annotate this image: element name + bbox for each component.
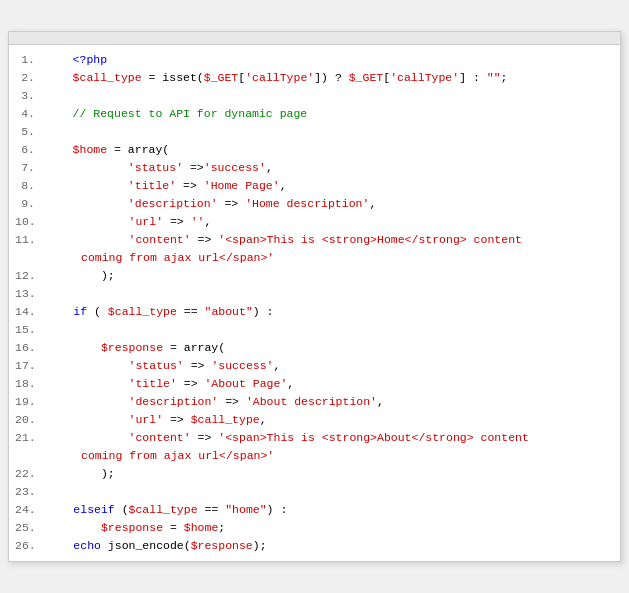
code-line: 16. $response = array( [9, 339, 620, 357]
line-content: 'description' => 'Home description', [45, 195, 620, 213]
line-content: 'status' => 'success', [46, 357, 620, 375]
line-number: 13. [9, 285, 46, 303]
line-number: 18. [9, 375, 46, 393]
code-line: 7. 'status' =>'success', [9, 159, 620, 177]
code-line: 22. ); [9, 465, 620, 483]
line-number: 9. [9, 195, 45, 213]
line-content: $home = array( [45, 141, 620, 159]
code-line: 20. 'url' => $call_type, [9, 411, 620, 429]
code-block: 1. <?php2. $call_type = isset($_GET['cal… [9, 45, 620, 561]
line-number: 15. [9, 321, 46, 339]
line-content: coming from ajax url</span>' [45, 447, 620, 465]
line-number: 22. [9, 465, 46, 483]
line-content: $response = $home; [46, 519, 620, 537]
line-content: ); [46, 465, 620, 483]
line-number: 20. [9, 411, 46, 429]
code-line: 15. [9, 321, 620, 339]
line-content: $call_type = isset($_GET['callType']) ? … [45, 69, 620, 87]
line-number: 11. [9, 231, 46, 249]
code-line: 5. [9, 123, 620, 141]
code-line: 14. if ( $call_type == "about") : [9, 303, 620, 321]
code-line: 2. $call_type = isset($_GET['callType'])… [9, 69, 620, 87]
code-line: 23. [9, 483, 620, 501]
line-number: 5. [9, 123, 45, 141]
line-content: if ( $call_type == "about") : [46, 303, 620, 321]
code-line: 12. ); [9, 267, 620, 285]
line-number: 17. [9, 357, 46, 375]
line-content: $response = array( [46, 339, 620, 357]
code-line: 4. // Request to API for dynamic page [9, 105, 620, 123]
code-line: 24. elseif ($call_type == "home") : [9, 501, 620, 519]
code-line: coming from ajax url</span>' [9, 447, 620, 465]
line-number: 25. [9, 519, 46, 537]
line-number: 1. [9, 51, 45, 69]
line-number: 10. [9, 213, 46, 231]
line-number: 19. [9, 393, 46, 411]
code-line: 6. $home = array( [9, 141, 620, 159]
code-line: 19. 'description' => 'About description'… [9, 393, 620, 411]
line-number: 8. [9, 177, 45, 195]
code-line: 21. 'content' => '<span>This is <strong>… [9, 429, 620, 447]
line-content: 'url' => $call_type, [46, 411, 620, 429]
code-line: 17. 'status' => 'success', [9, 357, 620, 375]
code-line: 9. 'description' => 'Home description', [9, 195, 620, 213]
line-content: <?php [45, 51, 620, 69]
code-line: 26. echo json_encode($response); [9, 537, 620, 555]
line-content: // Request to API for dynamic page [45, 105, 620, 123]
code-line: 10. 'url' => '', [9, 213, 620, 231]
line-number: 7. [9, 159, 45, 177]
line-content: 'url' => '', [46, 213, 620, 231]
code-card: 1. <?php2. $call_type = isset($_GET['cal… [8, 31, 621, 562]
line-content: 'content' => '<span>This is <strong>Abou… [46, 429, 620, 447]
line-number: 24. [9, 501, 46, 519]
line-number: 2. [9, 69, 45, 87]
card-title [9, 32, 620, 45]
line-number: 6. [9, 141, 45, 159]
line-content: elseif ($call_type == "home") : [46, 501, 620, 519]
code-line: 1. <?php [9, 51, 620, 69]
line-number: 4. [9, 105, 45, 123]
line-content: 'description' => 'About description', [46, 393, 620, 411]
line-number: 16. [9, 339, 46, 357]
code-line: 18. 'title' => 'About Page', [9, 375, 620, 393]
code-line: 13. [9, 285, 620, 303]
line-content: ); [46, 267, 620, 285]
line-content: 'title' => 'About Page', [46, 375, 620, 393]
line-number: 26. [9, 537, 46, 555]
code-line: 11. 'content' => '<span>This is <strong>… [9, 231, 620, 249]
line-number: 14. [9, 303, 46, 321]
code-line: 8. 'title' => 'Home Page', [9, 177, 620, 195]
line-number: 12. [9, 267, 46, 285]
line-content: 'content' => '<span>This is <strong>Home… [46, 231, 620, 249]
line-content: echo json_encode($response); [46, 537, 620, 555]
line-number: 21. [9, 429, 46, 447]
code-line: 3. [9, 87, 620, 105]
line-content: 'title' => 'Home Page', [45, 177, 620, 195]
line-number: 23. [9, 483, 46, 501]
line-content: coming from ajax url</span>' [45, 249, 620, 267]
line-number: 3. [9, 87, 45, 105]
code-line: 25. $response = $home; [9, 519, 620, 537]
line-content: 'status' =>'success', [45, 159, 620, 177]
code-line: coming from ajax url</span>' [9, 249, 620, 267]
